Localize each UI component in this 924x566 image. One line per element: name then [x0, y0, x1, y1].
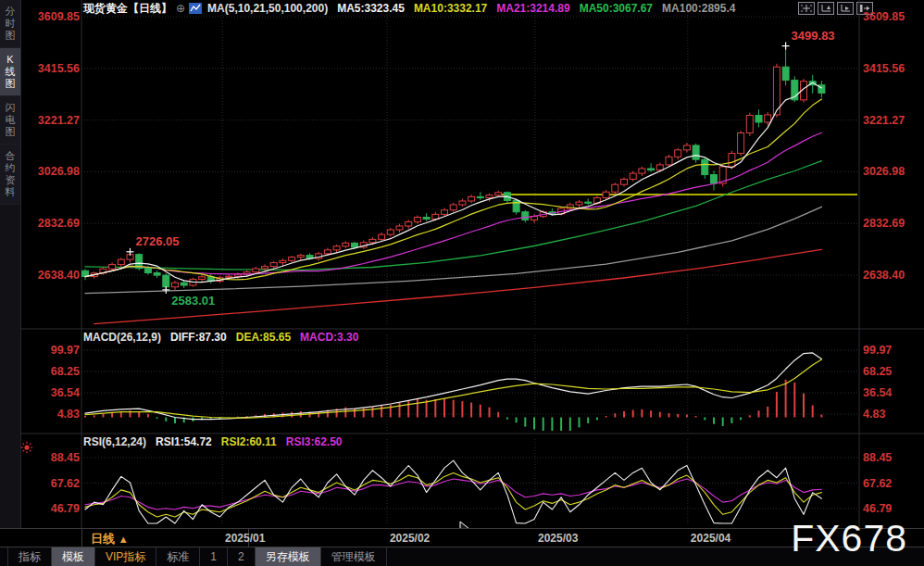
y-axis-tick: 67.62 — [863, 477, 892, 490]
candle[interactable] — [495, 193, 502, 195]
candle[interactable] — [585, 202, 592, 203]
toolbar-tab-3[interactable]: 标准 — [156, 547, 200, 566]
y-axis-tick: 3609.85 — [38, 10, 80, 23]
y-axis-tick: 2832.69 — [38, 217, 80, 230]
candle[interactable] — [387, 230, 393, 234]
candle[interactable] — [333, 246, 340, 250]
candle[interactable] — [144, 269, 151, 273]
candle[interactable] — [406, 221, 412, 226]
candle[interactable] — [656, 165, 663, 170]
candle[interactable] — [181, 283, 187, 285]
chart-canvas[interactable]: 2726.052583.013499.833609.853609.853415.… — [0, 0, 924, 566]
y-axis-tick: 99.97 — [863, 344, 892, 357]
indicator-value: RSI1:54.72 — [156, 435, 212, 448]
period-selector[interactable]: 日线 ▲ — [91, 531, 129, 547]
candle[interactable] — [693, 145, 699, 159]
toolbar-tab-7[interactable]: 管理模板 — [321, 547, 387, 566]
candle[interactable] — [324, 250, 331, 254]
candle[interactable] — [755, 116, 762, 122]
y-axis-tick: 67.62 — [51, 477, 80, 490]
candle[interactable] — [666, 157, 672, 165]
price-annotation: 2726.05 — [136, 234, 180, 248]
y-axis-tick: 4.83 — [57, 408, 80, 421]
candle[interactable] — [154, 273, 160, 276]
toolbar-tab-4[interactable]: 1 — [200, 547, 228, 566]
y-axis-tick: 4.83 — [863, 408, 885, 421]
candle[interactable] — [369, 239, 376, 242]
indicator-value: MACD:3.30 — [300, 331, 358, 344]
candle[interactable] — [603, 192, 609, 197]
toolbar-tab-1[interactable]: 模板 — [52, 547, 95, 566]
candle[interactable] — [253, 269, 259, 272]
candle[interactable] — [702, 159, 708, 174]
candle[interactable] — [199, 277, 206, 280]
period-arrow-icon: ▲ — [119, 534, 129, 545]
candle[interactable] — [477, 196, 483, 197]
candle[interactable] — [396, 226, 403, 230]
candle[interactable] — [522, 212, 529, 220]
y-axis-tick: 36.54 — [51, 386, 80, 399]
macd-header: MACD(26,12,9)DIFF:87.30DEA:85.65MACD:3.3… — [83, 331, 368, 344]
candle[interactable] — [118, 259, 124, 264]
candle[interactable] — [450, 205, 456, 210]
candle[interactable] — [297, 256, 304, 258]
candle[interactable] — [729, 154, 735, 167]
y-axis-tick: 3415.56 — [38, 62, 80, 75]
toolbar-tab-6[interactable]: 另存模板 — [256, 547, 321, 566]
candle[interactable] — [442, 210, 448, 215]
indicator-value: DIFF:87.30 — [170, 331, 227, 344]
y-axis-tick: 36.54 — [863, 386, 892, 399]
y-axis-tick: 88.45 — [863, 451, 892, 464]
y-axis-tick: 3609.85 — [863, 10, 905, 23]
toolbar-tab-5[interactable]: 2 — [228, 547, 256, 566]
candle[interactable] — [782, 67, 789, 80]
candle[interactable] — [379, 234, 385, 239]
price-annotation: 3499.83 — [792, 29, 835, 43]
ma10-line — [85, 99, 821, 280]
ma200-line — [94, 249, 822, 323]
y-axis-tick: 2832.69 — [863, 217, 905, 230]
candle[interactable] — [468, 196, 475, 201]
toolbar-tab-0[interactable]: 指标 — [7, 547, 52, 566]
toolbar-tab-2[interactable]: VIP指标 — [95, 547, 156, 566]
candle[interactable] — [612, 184, 618, 192]
candle[interactable] — [352, 243, 358, 247]
candle[interactable] — [262, 267, 268, 269]
candle[interactable] — [270, 263, 277, 267]
bottom-toolbar: 指标模板VIP指标标准12另存模板管理模板 — [0, 547, 924, 566]
candle[interactable] — [675, 150, 681, 157]
candle[interactable] — [414, 218, 420, 222]
candle[interactable] — [109, 265, 116, 270]
candle[interactable] — [648, 169, 655, 170]
candle[interactable] — [423, 218, 430, 220]
candle[interactable] — [343, 243, 349, 245]
candle[interactable] — [765, 115, 771, 122]
candle[interactable] — [683, 145, 690, 150]
indicator-value: MACD(26,12,9) — [83, 331, 161, 344]
indicator-dot-icon[interactable] — [24, 445, 29, 449]
candle[interactable] — [746, 116, 753, 133]
candle[interactable] — [280, 260, 286, 262]
y-axis-tick: 88.45 — [51, 451, 80, 464]
candle[interactable] — [486, 195, 493, 198]
candle[interactable] — [711, 175, 718, 183]
candle[interactable] — [639, 169, 645, 173]
y-axis-tick: 2638.40 — [38, 269, 80, 282]
candle[interactable] — [630, 173, 636, 179]
y-axis-tick: 46.79 — [51, 502, 80, 515]
y-axis-tick: 3026.98 — [863, 165, 905, 178]
candle[interactable] — [172, 283, 179, 287]
x-axis-label: 2025/04 — [691, 532, 730, 545]
candle[interactable] — [621, 179, 628, 184]
indicator-value: DEA:85.65 — [236, 331, 291, 344]
candle[interactable] — [289, 258, 295, 261]
candle[interactable] — [576, 202, 582, 205]
y-axis-tick: 99.97 — [51, 344, 80, 357]
price-annotation: 2583.01 — [171, 294, 215, 308]
y-axis-tick: 46.79 — [863, 502, 892, 515]
candle[interactable] — [738, 132, 744, 153]
y-axis-tick: 3415.56 — [863, 62, 905, 75]
candle[interactable] — [459, 201, 466, 205]
candle[interactable] — [163, 275, 169, 287]
x-axis-label: 2025/01 — [225, 532, 265, 545]
